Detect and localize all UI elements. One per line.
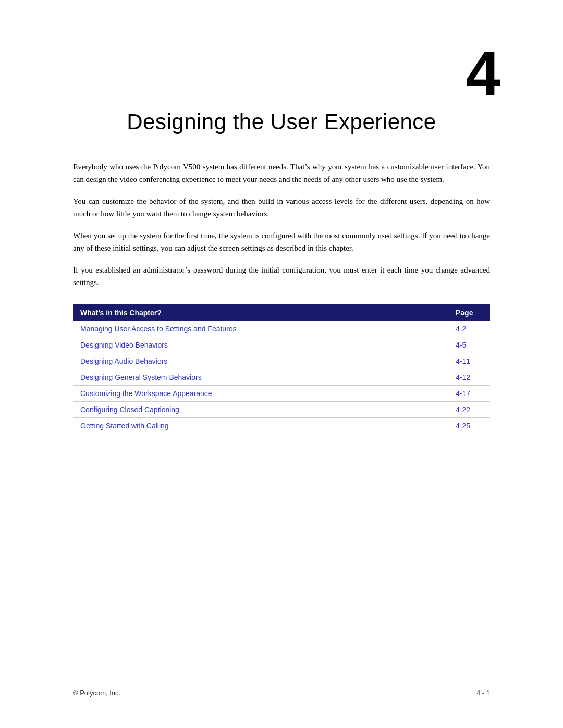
toc-page-link-4[interactable]: 4-17 <box>456 389 470 398</box>
paragraph-2: You can customize the behavior of the sy… <box>73 195 490 220</box>
toc-row-label[interactable]: Designing General System Behaviors <box>73 369 448 386</box>
chapter-title: Designing the User Experience <box>73 109 490 134</box>
toc-row-label[interactable]: Configuring Closed Captioning <box>73 402 448 418</box>
page: 4 Designing the User Experience Everybod… <box>0 0 563 728</box>
toc-link-6[interactable]: Getting Started with Calling <box>80 422 169 430</box>
toc-row-label[interactable]: Managing User Access to Settings and Fea… <box>73 321 448 337</box>
toc-link-2[interactable]: Designing Audio Behaviors <box>80 357 167 365</box>
toc-row: Designing Audio Behaviors4-11 <box>73 353 490 369</box>
toc-page-link-2[interactable]: 4-11 <box>456 357 470 365</box>
toc-row-page: 4-25 <box>448 418 490 434</box>
footer-left: © Polycom, Inc. <box>73 689 120 697</box>
toc-row-page: 4-11 <box>448 353 490 369</box>
toc-row-page: 4-2 <box>448 321 490 337</box>
toc-page-link-1[interactable]: 4-5 <box>456 341 466 349</box>
toc-table: What’s in this Chapter? Page Managing Us… <box>73 304 490 434</box>
toc-row-page: 4-22 <box>448 402 490 418</box>
toc-page-link-3[interactable]: 4-12 <box>456 373 470 381</box>
paragraph-3: When you set up the system for the first… <box>73 229 490 254</box>
toc-row-page: 4-5 <box>448 337 490 353</box>
toc-link-4[interactable]: Customizing the Workspace Appearance <box>80 389 212 398</box>
toc-link-3[interactable]: Designing General System Behaviors <box>80 373 202 381</box>
paragraph-4: If you established an administrator’s pa… <box>73 264 490 289</box>
paragraph-1: Everybody who uses the Polycom V500 syst… <box>73 161 490 186</box>
toc-col2-header: Page <box>448 304 490 321</box>
toc-page-link-6[interactable]: 4-25 <box>456 422 470 430</box>
toc-page-link-0[interactable]: 4-2 <box>456 325 466 333</box>
footer-right: 4 - 1 <box>476 689 490 697</box>
toc-row: Designing Video Behaviors4-5 <box>73 337 490 353</box>
toc-row-label[interactable]: Designing Video Behaviors <box>73 337 448 353</box>
toc-row-label[interactable]: Customizing the Workspace Appearance <box>73 386 448 402</box>
toc-row-page: 4-12 <box>448 369 490 386</box>
chapter-number: 4 <box>73 42 500 104</box>
toc-row: Designing General System Behaviors4-12 <box>73 369 490 386</box>
footer: © Polycom, Inc. 4 - 1 <box>73 689 490 697</box>
toc-row-page: 4-17 <box>448 386 490 402</box>
toc-row: Customizing the Workspace Appearance4-17 <box>73 386 490 402</box>
toc-row-label[interactable]: Getting Started with Calling <box>73 418 448 434</box>
toc-link-1[interactable]: Designing Video Behaviors <box>80 341 168 349</box>
toc-col1-header: What’s in this Chapter? <box>73 304 448 321</box>
toc-header-row: What’s in this Chapter? Page <box>73 304 490 321</box>
toc-link-0[interactable]: Managing User Access to Settings and Fea… <box>80 325 237 333</box>
toc-page-link-5[interactable]: 4-22 <box>456 405 470 414</box>
toc-row: Managing User Access to Settings and Fea… <box>73 321 490 337</box>
toc-link-5[interactable]: Configuring Closed Captioning <box>80 405 179 414</box>
toc-row-label[interactable]: Designing Audio Behaviors <box>73 353 448 369</box>
toc-row: Getting Started with Calling4-25 <box>73 418 490 434</box>
toc-row: Configuring Closed Captioning4-22 <box>73 402 490 418</box>
